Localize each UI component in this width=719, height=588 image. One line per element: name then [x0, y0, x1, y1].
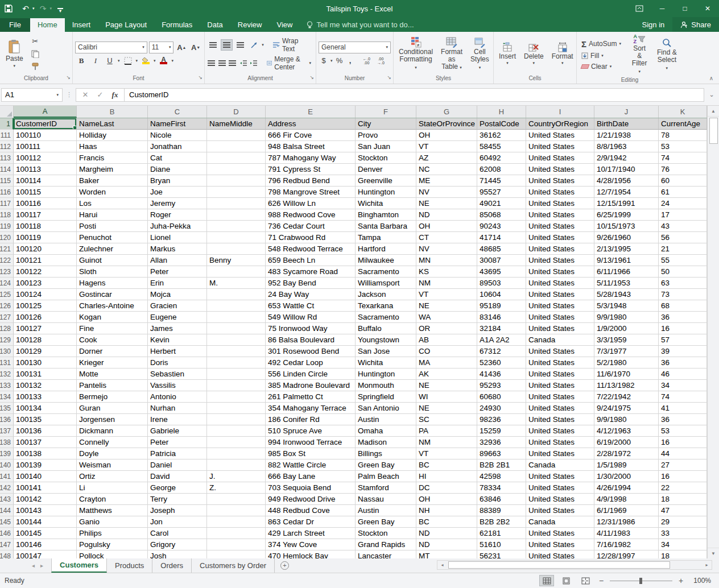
- row-header-127[interactable]: 127: [0, 312, 14, 323]
- cell[interactable]: Dorner: [77, 346, 148, 357]
- cell[interactable]: 71445: [477, 175, 526, 187]
- number-dialog-launcher-icon[interactable]: ↘: [387, 73, 391, 82]
- cell[interactable]: Binghamton: [356, 209, 416, 221]
- cell[interactable]: City: [356, 118, 416, 130]
- scroll-left-icon[interactable]: ◂: [437, 561, 447, 569]
- cell[interactable]: 6/25/1999: [594, 209, 659, 221]
- cell[interactable]: 470 Hemlock Bay: [266, 550, 356, 558]
- cell[interactable]: Lionel: [148, 232, 207, 243]
- cell[interactable]: 18: [659, 550, 707, 558]
- cell[interactable]: CO: [416, 346, 477, 357]
- column-header-K[interactable]: K: [659, 106, 707, 118]
- sheet-tab-products[interactable]: Products: [107, 558, 152, 573]
- cell[interactable]: 53: [659, 425, 707, 437]
- cell[interactable]: 100114: [14, 175, 77, 187]
- cell[interactable]: 1/9/2000: [594, 323, 659, 334]
- cell[interactable]: 44: [659, 448, 707, 459]
- cell[interactable]: 41: [659, 403, 707, 414]
- cell[interactable]: Lancaster: [356, 550, 416, 558]
- cell[interactable]: 98236: [477, 414, 526, 425]
- cell[interactable]: Kevin: [148, 334, 207, 346]
- cell[interactable]: United States: [526, 164, 594, 175]
- cell[interactable]: 36: [659, 414, 707, 425]
- cell[interactable]: Jorgensen: [77, 414, 148, 425]
- cell[interactable]: United States: [526, 198, 594, 209]
- cell[interactable]: 100116: [14, 198, 77, 209]
- cell[interactable]: [207, 221, 266, 232]
- cell[interactable]: 100133: [14, 391, 77, 403]
- font-color-icon[interactable]: A: [158, 55, 170, 67]
- cell[interactable]: Milwaukee: [356, 255, 416, 266]
- cell[interactable]: 62181: [477, 528, 526, 539]
- comma-format-button[interactable]: ,: [346, 55, 354, 67]
- cell[interactable]: ND: [416, 539, 477, 550]
- cell[interactable]: 89663: [477, 448, 526, 459]
- cell[interactable]: 16: [659, 471, 707, 482]
- cell[interactable]: Nurhan: [148, 403, 207, 414]
- cell[interactable]: United States: [526, 414, 594, 425]
- cell[interactable]: NV: [416, 243, 477, 255]
- cell[interactable]: Palm Beach: [356, 471, 416, 482]
- row-header-1[interactable]: 1: [0, 118, 14, 130]
- cell[interactable]: WA: [416, 312, 477, 323]
- cell[interactable]: United States: [526, 312, 594, 323]
- cell[interactable]: Irene: [148, 414, 207, 425]
- cell[interactable]: 549 Willow Rd: [266, 312, 356, 323]
- cell[interactable]: 61: [659, 187, 707, 198]
- cell[interactable]: 15259: [477, 425, 526, 437]
- cell[interactable]: United States: [526, 380, 594, 391]
- page-break-view-button[interactable]: [578, 575, 593, 586]
- cell[interactable]: Markus: [148, 243, 207, 255]
- column-header-B[interactable]: B: [77, 106, 148, 118]
- undo-button[interactable]: ↶: [19, 4, 32, 13]
- row-header-144[interactable]: 144: [0, 505, 14, 516]
- zoom-out-button[interactable]: −: [597, 576, 605, 585]
- cell[interactable]: 100140: [14, 471, 77, 482]
- cell[interactable]: Benny: [207, 255, 266, 266]
- tab-home[interactable]: Home: [30, 18, 65, 32]
- cell[interactable]: Nassau: [356, 494, 416, 505]
- cell[interactable]: Margheim: [77, 164, 148, 175]
- row-header-137[interactable]: 137: [0, 425, 14, 437]
- cell[interactable]: Bermejo: [77, 391, 148, 403]
- cell[interactable]: Zulechner: [77, 243, 148, 255]
- cell[interactable]: Canada: [526, 459, 594, 471]
- cell[interactable]: BirthDate: [594, 118, 659, 130]
- vertical-scroll-thumb[interactable]: [709, 118, 718, 144]
- zoom-slider-thumb[interactable]: [639, 578, 642, 584]
- bold-button[interactable]: B: [75, 55, 88, 67]
- cell[interactable]: 261 Palmetto Ct: [266, 391, 356, 403]
- cell[interactable]: United States: [526, 403, 594, 414]
- normal-view-button[interactable]: [539, 575, 554, 586]
- clipboard-dialog-launcher-icon[interactable]: ↘: [66, 73, 71, 82]
- cell[interactable]: 9/9/1980: [594, 414, 659, 425]
- cell[interactable]: Canada: [526, 334, 594, 346]
- cell[interactable]: United States: [526, 346, 594, 357]
- cell[interactable]: 100118: [14, 221, 77, 232]
- cell[interactable]: Sloth: [77, 266, 148, 278]
- cell[interactable]: Erin: [148, 278, 207, 289]
- cell[interactable]: 666 Bay Lane: [266, 471, 356, 482]
- italic-button[interactable]: I: [89, 55, 102, 67]
- cell[interactable]: 659 Beech Ln: [266, 255, 356, 266]
- bottom-align-icon[interactable]: [234, 39, 246, 51]
- cell[interactable]: 666 Fir Cove: [266, 130, 356, 141]
- currency-format-button[interactable]: $: [319, 55, 329, 67]
- cell[interactable]: 95189: [477, 300, 526, 312]
- cell[interactable]: 88389: [477, 505, 526, 516]
- cell[interactable]: Gabriele: [148, 425, 207, 437]
- collapse-ribbon-icon[interactable]: ∧: [709, 75, 713, 81]
- cell[interactable]: OH: [416, 494, 477, 505]
- cell[interactable]: 952 Bay Bend: [266, 278, 356, 289]
- cell[interactable]: 100111: [14, 141, 77, 152]
- cell[interactable]: Joe: [148, 187, 207, 198]
- cell[interactable]: NameMiddle: [207, 118, 266, 130]
- borders-icon[interactable]: [122, 55, 134, 67]
- cell[interactable]: Cook: [77, 334, 148, 346]
- cell[interactable]: 100137: [14, 437, 77, 448]
- borders-dropdown-icon[interactable]: ▾: [136, 59, 138, 63]
- cell[interactable]: 100119: [14, 232, 77, 243]
- cell[interactable]: Pantelis: [77, 380, 148, 391]
- cell[interactable]: 12/15/1991: [594, 198, 659, 209]
- cell[interactable]: 100130: [14, 357, 77, 368]
